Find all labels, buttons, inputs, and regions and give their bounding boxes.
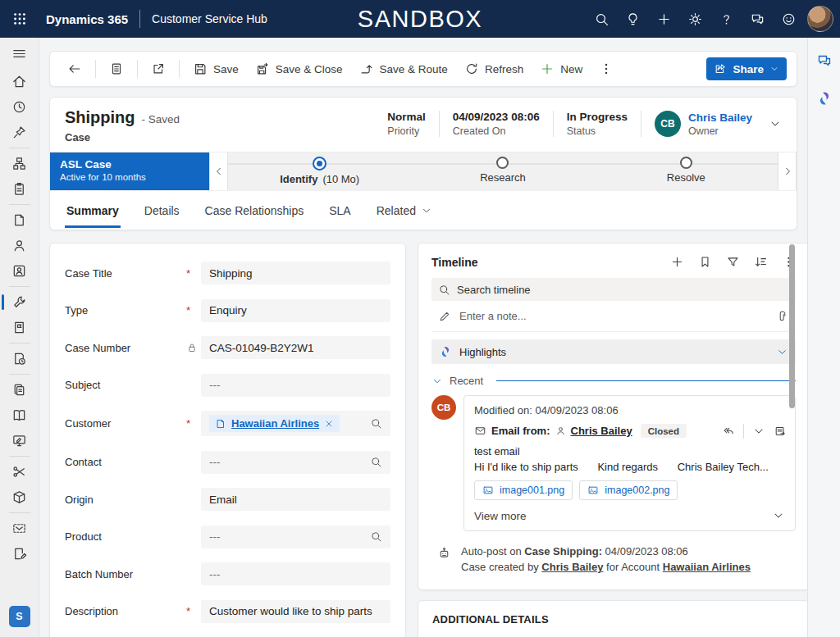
attachment-chip[interactable]: image001.png: [474, 480, 573, 500]
conversations-pane-button[interactable]: [816, 52, 833, 69]
chevron-down-icon: [769, 117, 782, 130]
customer-lookup[interactable]: Hawaiian Airlines: [201, 411, 390, 436]
book-icon: [11, 407, 27, 423]
new-button[interactable]: New: [532, 57, 590, 81]
record-set-button[interactable]: [102, 57, 131, 81]
timeline-search[interactable]: [431, 278, 796, 301]
help-button[interactable]: [710, 0, 742, 38]
sidebar-item-knowledge-search[interactable]: [0, 346, 39, 371]
app-badge[interactable]: S: [9, 606, 30, 627]
paperclip-icon: [776, 310, 789, 323]
type-select[interactable]: Enquiry: [201, 299, 390, 322]
header-collapse-button[interactable]: [769, 117, 782, 130]
description-input[interactable]: Customer would like to ship parts: [201, 600, 390, 623]
sidebar-item-site-map[interactable]: [0, 151, 39, 176]
process-badge[interactable]: ASL Case Active for 10 months: [50, 152, 209, 190]
case-number-input[interactable]: CAS-01049-B2Y2W1: [201, 336, 390, 359]
app-name[interactable]: Customer Service Hub: [152, 12, 267, 25]
contact-lookup[interactable]: ---: [201, 451, 390, 474]
stage-resolve[interactable]: Resolve: [595, 152, 778, 190]
save-icon: [193, 61, 208, 76]
sidebar-item-cases[interactable]: [0, 207, 39, 233]
back-button[interactable]: [60, 57, 89, 81]
save-and-route-button[interactable]: Save & Route: [352, 57, 455, 81]
timeline-search-input[interactable]: [457, 284, 789, 296]
sidebar-item-activities[interactable]: [0, 176, 39, 202]
more-commands-button[interactable]: [591, 57, 621, 81]
timeline-autopost-entry[interactable]: Auto-post on Case Shipping: 04/09/2023 0…: [431, 545, 796, 573]
feedback-button[interactable]: [773, 0, 804, 38]
filter-button[interactable]: [726, 255, 740, 269]
process-scroll-left-button[interactable]: [209, 152, 228, 190]
remove-customer-button[interactable]: [324, 419, 334, 429]
user-avatar[interactable]: [807, 6, 833, 32]
sidebar-item-macros[interactable]: [0, 459, 39, 485]
quick-create-ideas-button[interactable]: [617, 0, 648, 38]
recent-group-header[interactable]: Recent: [431, 375, 796, 387]
popout-button[interactable]: [144, 57, 173, 81]
refresh-button[interactable]: Refresh: [457, 57, 531, 81]
process-scroll-right-button[interactable]: [778, 152, 797, 190]
search-button[interactable]: [586, 0, 617, 38]
origin-select[interactable]: Email: [201, 488, 390, 511]
settings-button[interactable]: [679, 0, 710, 38]
sidebar-item-queues[interactable]: [0, 315, 39, 340]
sidebar-item-services-active[interactable]: [0, 289, 39, 315]
sidebar-item-knowledge-book[interactable]: [0, 403, 39, 428]
sidebar-item-home[interactable]: [0, 69, 39, 94]
open-record-button[interactable]: [774, 425, 787, 438]
note-input[interactable]: [459, 310, 768, 322]
product-lookup[interactable]: ---: [201, 526, 390, 548]
sort-button[interactable]: [754, 255, 768, 269]
stage-identify[interactable]: Identify(10 Mo): [228, 152, 411, 190]
quick-create-button[interactable]: [648, 0, 679, 38]
batch-number-input[interactable]: ---: [201, 562, 390, 585]
sidebar-item-products[interactable]: [0, 485, 39, 510]
lookup-search-icon[interactable]: [370, 456, 382, 468]
owner-link[interactable]: Chris Bailey: [688, 111, 752, 124]
email-card[interactable]: Modified on: 04/09/2023 08:06 Email from…: [463, 395, 796, 531]
note-composer[interactable]: [431, 301, 796, 332]
copilot-highlights-bar[interactable]: Highlights: [431, 339, 796, 364]
sidebar-item-forms[interactable]: [0, 541, 39, 566]
expand-email-button[interactable]: [752, 425, 765, 438]
reply-all-button[interactable]: [722, 425, 735, 438]
share-button[interactable]: Share: [706, 57, 787, 80]
sitemap-toggle-button[interactable]: [0, 38, 39, 69]
customer-link[interactable]: Hawaiian Airlines: [231, 417, 319, 430]
copilot-pane-button[interactable]: [816, 90, 833, 107]
attachment-chip[interactable]: image002.png: [579, 480, 678, 500]
tab-details[interactable]: Details: [143, 193, 181, 228]
created-by-link[interactable]: Chris Bailey: [541, 561, 603, 573]
account-link[interactable]: Hawaiian Airlines: [663, 561, 751, 573]
sidebar-item-pinned[interactable]: [0, 120, 39, 145]
sidebar-item-accounts[interactable]: [0, 233, 39, 258]
sidebar-item-articles[interactable]: [0, 377, 39, 403]
tab-related[interactable]: Related: [375, 193, 434, 228]
sidebar-item-email-box[interactable]: [0, 516, 39, 541]
bookmark-button[interactable]: [698, 255, 712, 269]
stage-research[interactable]: Research: [411, 152, 594, 190]
attach-file-button[interactable]: [776, 310, 789, 323]
tab-summary[interactable]: Summary: [65, 193, 121, 228]
tab-case-relationships[interactable]: Case Relationships: [203, 193, 306, 228]
app-launcher-button[interactable]: [0, 0, 39, 38]
lookup-search-icon[interactable]: [370, 530, 382, 543]
create-timeline-record-button[interactable]: [670, 255, 684, 269]
sidebar-item-contacts[interactable]: [0, 258, 39, 284]
view-more-toggle[interactable]: View more: [474, 509, 785, 522]
save-and-close-button[interactable]: Save & Close: [248, 57, 350, 81]
sidebar-item-publishing[interactable]: [0, 428, 39, 453]
case-title-input[interactable]: Shipping: [201, 262, 390, 284]
tab-sla[interactable]: SLA: [327, 193, 352, 228]
email-sender-link[interactable]: Chris Bailey: [571, 425, 632, 437]
sidebar-item-recent[interactable]: [0, 94, 39, 120]
highlights-expand-button[interactable]: [776, 346, 788, 358]
lookup-search-icon[interactable]: [370, 417, 382, 430]
vertical-scrollbar[interactable]: [789, 244, 795, 408]
form-field-product: Product ---: [65, 526, 390, 548]
subject-input[interactable]: ---: [201, 374, 390, 397]
save-button[interactable]: Save: [185, 57, 246, 81]
teams-chat-button[interactable]: [742, 0, 773, 38]
email-body-part: Hi I'd like to ship parts: [474, 461, 578, 473]
